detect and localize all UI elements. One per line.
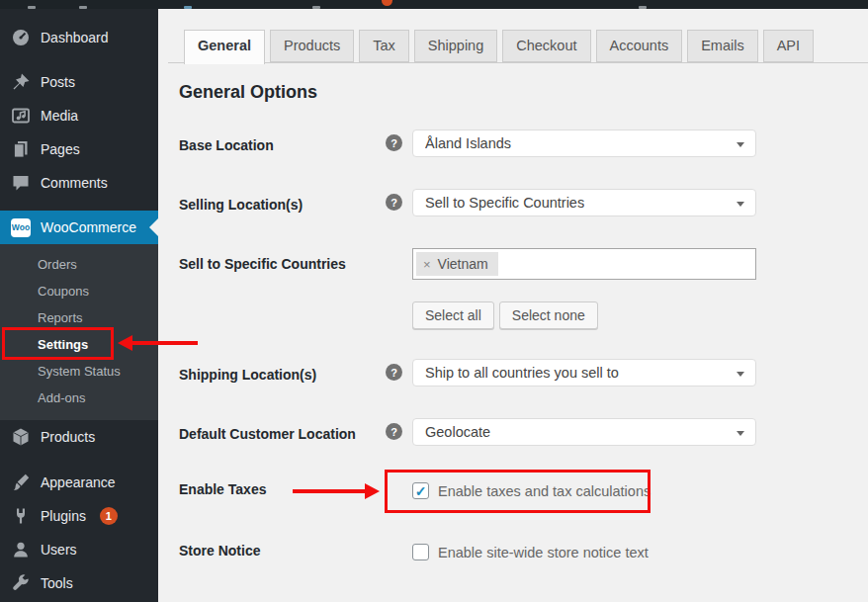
select-all-button[interactable]: Select all [412, 301, 494, 329]
selected-country-chip: × Vietnam [416, 252, 498, 276]
comment-icon [11, 173, 31, 193]
field-label-shipping-location: Shipping Location(s) [179, 367, 391, 384]
chevron-down-icon [737, 431, 744, 436]
select-value: Sell to Specific Countries [425, 195, 584, 211]
home-icon[interactable] [79, 6, 87, 9]
sidebar-item-woocommerce[interactable]: Woo WooCommerce [0, 211, 158, 244]
sidebar-item-posts[interactable]: Posts [0, 65, 158, 99]
chip-label: Vietnam [438, 256, 488, 272]
sidebar-item-label: Appearance [41, 474, 116, 490]
admin-top-bar [0, 0, 868, 9]
sidebar-item-label: Products [41, 429, 95, 445]
woocommerce-icon: Woo [11, 217, 31, 237]
products-icon [11, 427, 31, 447]
submenu-item-coupons[interactable]: Coupons [0, 278, 158, 304]
wordpress-logo-icon[interactable] [28, 6, 36, 9]
admin-sidebar: Dashboard Posts Media Pages Comments Woo… [0, 9, 158, 602]
tab-shipping[interactable]: Shipping [414, 30, 497, 62]
notification-badge [382, 0, 392, 6]
field-label-default-customer-location: Default Customer Location [179, 426, 391, 443]
tab-tax[interactable]: Tax [359, 30, 409, 62]
submenu-item-settings[interactable]: Settings [0, 331, 158, 358]
select-value: Geolocate [425, 424, 490, 440]
help-icon[interactable] [386, 423, 402, 440]
sidebar-item-label: Dashboard [41, 30, 109, 45]
selling-location-select[interactable]: Sell to Specific Countries [412, 189, 756, 216]
sidebar-item-plugins[interactable]: Plugins 1 [0, 499, 158, 533]
sidebar-item-appearance[interactable]: Appearance [0, 466, 158, 499]
submenu-item-add-ons[interactable]: Add-ons [0, 385, 158, 411]
country-select-buttons: Select all Select none [412, 301, 598, 329]
tab-api[interactable]: API [763, 30, 814, 62]
search-icon[interactable] [639, 6, 647, 9]
sidebar-item-label: Comments [41, 175, 108, 191]
dashboard-icon [11, 28, 31, 47]
sidebar-item-label: Pages [41, 141, 80, 157]
tab-products[interactable]: Products [270, 30, 354, 62]
sidebar-item-pages[interactable]: Pages [0, 132, 158, 166]
new-content-icon[interactable] [312, 6, 320, 9]
pages-icon [11, 139, 31, 159]
sidebar-item-dashboard[interactable]: Dashboard [0, 21, 158, 54]
help-icon[interactable] [386, 134, 402, 151]
store-notice-checkbox[interactable] [412, 544, 429, 560]
woocommerce-submenu: Orders Coupons Reports Settings System S… [0, 244, 158, 420]
help-icon[interactable] [386, 364, 402, 381]
media-icon [11, 106, 31, 126]
base-location-select[interactable]: Åland Islands [412, 129, 756, 157]
sidebar-item-label: WooCommerce [41, 219, 136, 235]
sidebar-item-users[interactable]: Users [0, 533, 158, 566]
field-label-store-notice: Store Notice [179, 543, 391, 559]
pushpin-icon [11, 72, 31, 92]
tools-icon [11, 573, 31, 593]
tab-accounts[interactable]: Accounts [596, 30, 683, 62]
submenu-item-reports[interactable]: Reports [0, 304, 158, 331]
select-value: Ship to all countries you sell to [425, 365, 619, 381]
sidebar-item-label: Tools [41, 575, 73, 591]
sidebar-item-media[interactable]: Media [0, 99, 158, 132]
chevron-down-icon [737, 372, 744, 377]
submenu-item-orders[interactable]: Orders [0, 251, 158, 278]
sidebar-item-tools[interactable]: Tools [0, 566, 158, 600]
tab-checkout[interactable]: Checkout [502, 30, 590, 62]
tab-general[interactable]: General [184, 30, 265, 64]
remove-country-icon[interactable]: × [423, 257, 431, 272]
users-icon [11, 540, 31, 559]
sidebar-item-label: Posts [41, 74, 75, 90]
sidebar-item-label: Media [41, 108, 78, 124]
select-none-button[interactable]: Select none [499, 301, 598, 329]
field-label-base-location: Base Location [179, 137, 391, 154]
appearance-icon [11, 473, 31, 492]
submenu-item-system-status[interactable]: System Status [0, 358, 158, 385]
select-value: Åland Islands [425, 135, 511, 151]
specific-countries-multiselect[interactable]: × Vietnam [412, 248, 756, 280]
settings-tabs: General Products Tax Shipping Checkout A… [184, 30, 814, 64]
checkbox-label: Enable site-wide store notice text [438, 545, 649, 560]
plugin-icon [11, 506, 31, 526]
page-title: General Options [179, 82, 317, 103]
default-customer-location-select[interactable]: Geolocate [412, 418, 756, 446]
sidebar-item-label: Users [41, 542, 77, 558]
chevron-down-icon [737, 142, 744, 147]
enable-taxes-checkbox[interactable] [412, 482, 429, 499]
checkbox-label: Enable taxes and tax calculations [438, 483, 651, 499]
shipping-location-select[interactable]: Ship to all countries you sell to [412, 359, 756, 387]
sidebar-item-comments[interactable]: Comments [0, 166, 158, 200]
store-notice-field: Enable site-wide store notice text [412, 544, 649, 560]
help-icon[interactable] [386, 194, 402, 211]
updates-icon[interactable] [184, 6, 192, 9]
active-menu-arrow [142, 218, 158, 236]
sidebar-item-products[interactable]: Products [0, 420, 158, 454]
tab-emails[interactable]: Emails [687, 30, 758, 62]
plugins-update-badge: 1 [100, 507, 118, 525]
woocommerce-settings-page: General Products Tax Shipping Checkout A… [158, 9, 868, 602]
field-label-specific-countries: Sell to Specific Countries [179, 256, 391, 273]
chevron-down-icon [737, 202, 744, 207]
sidebar-item-label: Plugins [41, 508, 86, 524]
field-label-enable-taxes: Enable Taxes [179, 481, 391, 498]
enable-taxes-field: Enable taxes and tax calculations [412, 482, 651, 499]
field-label-selling-location: Selling Location(s) [179, 197, 391, 214]
